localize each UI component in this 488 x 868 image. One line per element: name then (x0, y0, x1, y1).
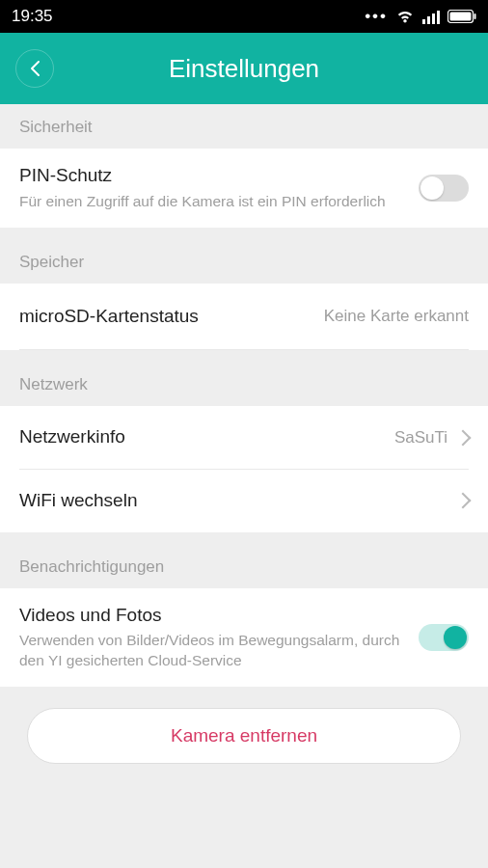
row-change-wifi[interactable]: WiFi wechseln (0, 470, 488, 532)
network-info-title: Netzwerkinfo (19, 425, 125, 449)
section-header-security: Sicherheit (0, 104, 488, 149)
back-button[interactable] (15, 49, 54, 88)
signal-icon (422, 9, 440, 24)
media-subtitle: Verwenden von Bilder/Videos im Bewegungs… (19, 631, 403, 671)
row-sdcard-status[interactable]: microSD-Kartenstatus Keine Karte erkannt (0, 284, 488, 350)
pin-title: PIN-Schutz (19, 164, 403, 188)
page-title: Einstellungen (0, 54, 488, 84)
chevron-left-icon (28, 60, 41, 77)
remove-camera-label: Kamera entfernen (171, 725, 317, 746)
sdcard-title: microSD-Kartenstatus (19, 305, 199, 329)
row-network-info[interactable]: Netzwerkinfo SaSuTi (0, 406, 488, 469)
media-title: Videos und Fotos (19, 604, 403, 628)
more-icon: ••• (365, 7, 388, 26)
status-bar: 19:35 ••• (0, 0, 488, 33)
sdcard-value: Keine Karte erkannt (324, 307, 469, 326)
svg-rect-1 (450, 13, 472, 21)
pin-subtitle: Für einen Zugriff auf die Kamera ist ein… (19, 192, 403, 212)
row-videos-photos[interactable]: Videos und Fotos Verwenden von Bilder/Vi… (0, 588, 488, 688)
svg-rect-2 (474, 14, 476, 19)
section-header-storage: Speicher (0, 228, 488, 284)
change-wifi-title: WiFi wechseln (19, 489, 137, 513)
network-info-value: SaSuTi (394, 428, 447, 448)
media-toggle[interactable] (419, 624, 469, 651)
chevron-right-icon (455, 429, 472, 446)
section-header-notifications: Benachrichtigungen (0, 532, 488, 588)
section-header-network: Netzwerk (0, 350, 488, 406)
app-header: Einstellungen (0, 33, 488, 104)
row-pin-protection[interactable]: PIN-Schutz Für einen Zugriff auf die Kam… (0, 149, 488, 228)
wifi-icon (395, 9, 415, 24)
remove-camera-button[interactable]: Kamera entfernen (27, 708, 461, 764)
battery-icon (447, 10, 476, 23)
chevron-right-icon (455, 493, 472, 509)
pin-toggle[interactable] (419, 175, 469, 202)
clock: 19:35 (12, 7, 53, 26)
status-icons: ••• (365, 7, 476, 26)
